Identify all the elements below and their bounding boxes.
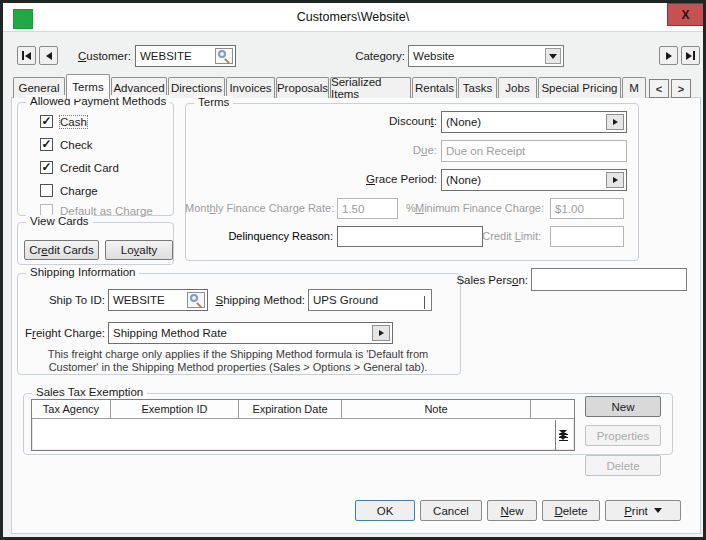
charge-checkbox-row[interactable]: Charge xyxy=(40,184,98,197)
close-button[interactable]: X xyxy=(667,3,704,26)
sales-tax-exemption-title: Sales Tax Exemption xyxy=(32,386,147,398)
column-header-tax-agency[interactable]: Tax Agency xyxy=(32,400,111,418)
shipping-method-label: Shipping Method: xyxy=(209,294,305,306)
credit-card-checkbox-row[interactable]: ✓ Credit Card xyxy=(40,161,119,174)
next-record-button[interactable] xyxy=(659,46,678,65)
discount-label: Discount: xyxy=(193,115,437,127)
freight-charge-dropdown[interactable]: Shipping Method Rate xyxy=(108,322,393,344)
ship-to-search-button[interactable] xyxy=(187,292,205,308)
scroll-right-icon: > xyxy=(678,83,684,95)
table-scrollbar[interactable] xyxy=(555,420,570,450)
tax-exemption-table-header: Tax Agency Exemption ID Expiration Date … xyxy=(32,400,574,419)
tab-proposals[interactable]: Proposals xyxy=(276,77,329,98)
title-bar: Customers\Website\ xyxy=(3,3,703,32)
scroll-left-icon: < xyxy=(656,83,662,95)
customer-search-button[interactable] xyxy=(215,48,233,64)
sales-person-field[interactable] xyxy=(531,268,687,291)
due-label: Due: xyxy=(193,144,437,156)
allowed-payment-methods-group: Allowed Payment Methods ✓ Cash ✓ Check ✓… xyxy=(17,102,174,216)
window-title: Customers\Website\ xyxy=(3,3,703,32)
discount-dropdown[interactable]: (None) xyxy=(441,111,627,133)
search-icon xyxy=(190,294,203,307)
discount-expand-button[interactable] xyxy=(606,114,624,130)
freight-charge-label: Freight Charge: xyxy=(15,327,105,339)
tax-exemption-new-button[interactable]: New xyxy=(585,396,661,417)
column-header-note[interactable]: Note xyxy=(342,400,531,418)
chevron-down-icon xyxy=(549,54,557,59)
tab-serialized-items[interactable]: Serialized Items xyxy=(330,77,411,98)
grace-period-dropdown[interactable]: (None) xyxy=(441,169,627,191)
monthly-finance-charge-rate-label: Monthly Finance Charge Rate: xyxy=(185,202,333,214)
next-record-icon xyxy=(666,52,672,60)
arrow-right-icon xyxy=(613,177,618,183)
shipping-method-dropdown[interactable]: UPS Ground xyxy=(308,289,432,311)
ship-to-id-label: Ship To ID: xyxy=(21,294,105,306)
last-record-icon xyxy=(686,52,692,60)
tab-special-pricing[interactable]: Special Pricing xyxy=(538,77,621,98)
customer-label: Customer: xyxy=(61,50,131,62)
tab-invoices[interactable]: Invoices xyxy=(226,77,275,98)
delete-button[interactable]: Delete xyxy=(542,500,600,521)
view-cards-title: View Cards xyxy=(26,215,93,227)
column-header-expiration-date[interactable]: Expiration Date xyxy=(239,400,342,418)
check-checkbox[interactable]: ✓ xyxy=(40,138,53,151)
scroll-down-icon xyxy=(559,436,568,441)
terms-title: Terms xyxy=(194,96,233,108)
print-button[interactable]: Print xyxy=(605,500,681,521)
grace-period-expand-button[interactable] xyxy=(606,172,624,188)
charge-label: Charge xyxy=(60,185,98,197)
ok-button[interactable]: OK xyxy=(355,500,415,521)
tab-scroll-left-button[interactable]: < xyxy=(649,79,669,98)
cancel-button[interactable]: Cancel xyxy=(420,500,482,521)
tab-terms[interactable]: Terms xyxy=(66,74,110,99)
last-record-button[interactable] xyxy=(681,46,700,65)
arrow-right-icon xyxy=(613,119,618,125)
customer-dialog-window: Customers\Website\ X Customer: WEBSITE C… xyxy=(0,0,706,540)
tax-exemption-delete-button: Delete xyxy=(585,455,661,476)
ship-to-id-field[interactable]: WEBSITE xyxy=(108,289,208,311)
tab-rentals[interactable]: Rentals xyxy=(412,77,457,98)
cash-checkbox-row[interactable]: ✓ Cash xyxy=(40,115,87,128)
tab-truncated[interactable]: M xyxy=(622,77,646,98)
grace-period-label: Grace Period: xyxy=(193,173,437,185)
minimum-finance-charge-label: Minimum Finance Charge: xyxy=(415,202,541,214)
sales-person-label: Sales Person: xyxy=(453,274,528,286)
cash-label: Cash xyxy=(60,116,87,128)
tab-jobs[interactable]: Jobs xyxy=(498,77,537,98)
search-icon xyxy=(218,50,231,63)
tab-directions[interactable]: Directions xyxy=(168,77,225,98)
arrow-right-icon xyxy=(379,330,384,336)
charge-checkbox[interactable] xyxy=(40,184,53,197)
monthly-finance-charge-rate-field: 1.50 xyxy=(337,198,398,219)
freight-charge-expand-button[interactable] xyxy=(372,325,390,341)
credit-limit-label: Credit Limit: xyxy=(441,230,541,242)
first-record-button[interactable] xyxy=(17,46,36,65)
minimum-finance-charge-field: $1.00 xyxy=(550,198,624,219)
tab-tasks[interactable]: Tasks xyxy=(458,77,497,98)
credit-cards-button[interactable]: Credit Cards xyxy=(24,240,99,260)
category-dropdown-button[interactable] xyxy=(545,48,561,64)
close-icon: X xyxy=(681,8,689,22)
credit-card-checkbox[interactable]: ✓ xyxy=(40,161,53,174)
due-field: Due on Receipt xyxy=(441,140,627,162)
new-button[interactable]: New xyxy=(487,500,537,521)
category-dropdown[interactable]: Website xyxy=(408,45,564,67)
view-cards-group: View Cards Credit Cards Loyalty xyxy=(17,222,174,265)
credit-card-label: Credit Card xyxy=(60,162,119,174)
cash-checkbox[interactable]: ✓ xyxy=(40,115,53,128)
tax-exemption-properties-button: Properties xyxy=(585,425,661,446)
tab-scroll-right-button[interactable]: > xyxy=(671,79,691,98)
tax-exemption-table[interactable]: Tax Agency Exemption ID Expiration Date … xyxy=(31,399,575,451)
app-icon xyxy=(13,9,33,29)
column-header-exemption-id[interactable]: Exemption ID xyxy=(111,400,239,418)
loyalty-button[interactable]: Loyalty xyxy=(105,240,173,260)
freight-charge-note: This freight charge only applies if the … xyxy=(29,348,447,374)
first-record-icon xyxy=(22,51,24,60)
previous-record-icon xyxy=(46,52,52,60)
credit-limit-field xyxy=(550,226,624,247)
customer-field[interactable]: WEBSITE xyxy=(135,45,236,67)
check-checkbox-row[interactable]: ✓ Check xyxy=(40,138,93,151)
previous-record-button[interactable] xyxy=(39,46,58,65)
print-dropdown-icon xyxy=(654,508,662,513)
chevron-down-icon xyxy=(424,296,425,308)
